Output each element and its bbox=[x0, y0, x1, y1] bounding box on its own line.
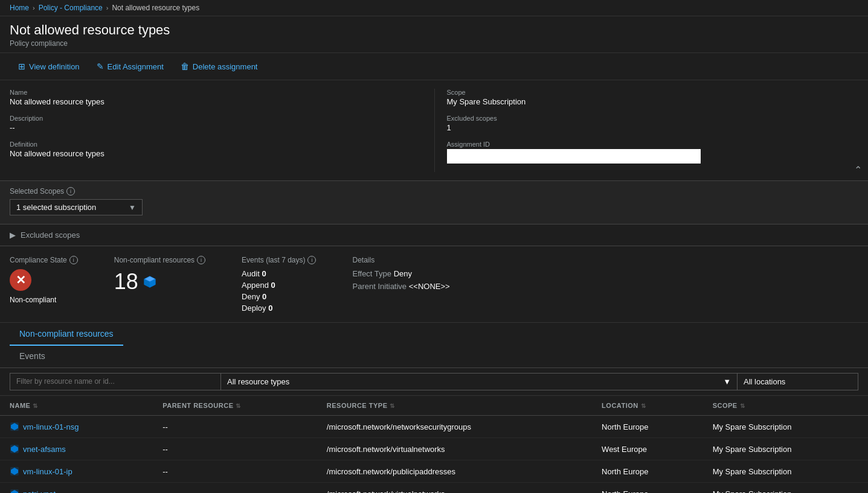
info-assignment-id-group: Assignment ID bbox=[447, 141, 859, 164]
view-definition-icon: ⊞ bbox=[18, 62, 25, 71]
breadcrumb-policy-compliance[interactable]: Policy - Compliance bbox=[39, 4, 103, 12]
compliance-section: Compliance State i ✕ Non-compliant Non-c… bbox=[0, 246, 868, 323]
scope-label: Scope bbox=[447, 89, 859, 96]
resource-type-chevron: ▼ bbox=[723, 377, 731, 386]
toolbar: ⊞ View definition ✎ Edit Assignment 🗑 De… bbox=[0, 53, 868, 80]
filter-bar: All resource types ▼ All locations bbox=[0, 368, 868, 396]
event-row-deny: Deny 0 bbox=[242, 292, 316, 301]
table-row: vm-linux-01-ip --/microsoft.network/publ… bbox=[0, 460, 868, 483]
info-left: Name Not allowed resource types Descript… bbox=[10, 89, 434, 172]
col-name[interactable]: NAME⇅ bbox=[0, 396, 153, 416]
event-row-append: Append 0 bbox=[242, 281, 316, 290]
sort-icon-resource_type: ⇅ bbox=[390, 402, 395, 409]
filter-input[interactable] bbox=[10, 374, 220, 389]
resource-link[interactable]: vm-linux-01-nsg bbox=[10, 422, 143, 431]
event-row-deploy: Deploy 0 bbox=[242, 304, 316, 313]
info-scope-group: Scope My Spare Subscription bbox=[447, 89, 859, 106]
resources-table: NAME⇅PARENT RESOURCE⇅RESOURCE TYPE⇅LOCAT… bbox=[0, 396, 868, 493]
edit-assignment-button[interactable]: ✎ Edit Assignment bbox=[88, 58, 172, 75]
edit-assignment-icon: ✎ bbox=[97, 62, 104, 71]
tab-events[interactable]: Events bbox=[10, 345, 123, 368]
events-list: Audit 0Append 0Deny 0Deploy 0 bbox=[242, 269, 316, 313]
resource-icon bbox=[10, 466, 19, 476]
details-block: Details Effect Type Deny Parent Initiati… bbox=[352, 256, 449, 294]
page-header: Not allowed resource types Policy compli… bbox=[0, 16, 868, 53]
info-excluded-scopes-group: Excluded scopes 1 bbox=[447, 115, 859, 132]
table-row: petri-vnet --/microsoft.network/virtualn… bbox=[0, 483, 868, 494]
resource-type-dropdown[interactable]: All resource types ▼ bbox=[221, 373, 738, 390]
breadcrumb-current: Not allowed resource types bbox=[112, 4, 199, 12]
resource-type-cell: /microsoft.network/virtualnetworks bbox=[317, 438, 592, 460]
parent-initiative-row: Parent Initiative <<NONE>> bbox=[352, 282, 449, 291]
page-title: Not allowed resource types bbox=[10, 22, 858, 38]
description-value: -- bbox=[10, 123, 422, 132]
effect-type-row: Effect Type Deny bbox=[352, 269, 449, 278]
compliance-status-text: Non-compliant bbox=[10, 296, 78, 304]
collapse-button[interactable]: ⌃ bbox=[854, 164, 862, 176]
location-dropdown[interactable]: All locations bbox=[738, 373, 858, 390]
resource-name-cell: vnet-afsams bbox=[0, 438, 153, 460]
sort-icon-location: ⇅ bbox=[641, 402, 646, 409]
scope-cell: My Spare Subscription bbox=[703, 460, 868, 483]
resource-icon bbox=[10, 422, 19, 431]
resource-link[interactable]: vnet-afsams bbox=[10, 444, 143, 454]
info-definition-group: Definition Not allowed resource types bbox=[10, 141, 422, 158]
delete-assignment-button[interactable]: 🗑 Delete assignment bbox=[172, 58, 266, 75]
events-block: Events (last 7 days) i Audit 0Append 0De… bbox=[242, 256, 316, 315]
location-cell: North Europe bbox=[592, 483, 703, 494]
sort-icon-scope: ⇅ bbox=[740, 402, 745, 409]
expand-icon: ▶ bbox=[10, 231, 16, 240]
scopes-bar: Selected Scopes i 1 selected subscriptio… bbox=[0, 181, 868, 224]
col-parent_resource[interactable]: PARENT RESOURCE⇅ bbox=[153, 396, 317, 416]
excluded-scopes-label: Excluded scopes bbox=[447, 115, 859, 122]
resource-icon bbox=[10, 489, 19, 493]
table-header: NAME⇅PARENT RESOURCE⇅RESOURCE TYPE⇅LOCAT… bbox=[0, 396, 868, 416]
view-definition-button[interactable]: ⊞ View definition bbox=[10, 58, 88, 75]
definition-label: Definition bbox=[10, 141, 422, 148]
col-resource_type[interactable]: RESOURCE TYPE⇅ bbox=[317, 396, 592, 416]
noncompliant-count: 18 bbox=[114, 269, 205, 294]
scope-cell: My Spare Subscription bbox=[703, 416, 868, 438]
assignment-id-label: Assignment ID bbox=[447, 141, 859, 148]
scope-cell: My Spare Subscription bbox=[703, 438, 868, 460]
resource-type-cell: /microsoft.network/publicipaddresses bbox=[317, 460, 592, 483]
noncompliant-number: 18 bbox=[114, 269, 138, 294]
info-section: Name Not allowed resource types Descript… bbox=[0, 80, 868, 181]
info-name-group: Name Not allowed resource types bbox=[10, 89, 422, 106]
parent-resource-cell: -- bbox=[153, 460, 317, 483]
sort-icon-parent_resource: ⇅ bbox=[236, 402, 241, 409]
breadcrumb: Home › Policy - Compliance › Not allowed… bbox=[0, 0, 868, 16]
parent-resource-cell: -- bbox=[153, 438, 317, 460]
compliance-state-info-icon: i bbox=[69, 256, 78, 264]
excluded-scopes-row[interactable]: ▶ Excluded scopes bbox=[0, 224, 868, 246]
info-right: Scope My Spare Subscription Excluded sco… bbox=[434, 89, 859, 172]
name-value: Not allowed resource types bbox=[10, 97, 422, 106]
scope-dropdown[interactable]: 1 selected subscription ▼ bbox=[10, 199, 143, 215]
table-container: NAME⇅PARENT RESOURCE⇅RESOURCE TYPE⇅LOCAT… bbox=[0, 396, 868, 493]
compliance-state-block: Compliance State i ✕ Non-compliant bbox=[10, 256, 78, 304]
description-label: Description bbox=[10, 115, 422, 122]
name-label: Name bbox=[10, 89, 422, 96]
location-cell: North Europe bbox=[592, 416, 703, 438]
definition-value: Not allowed resource types bbox=[10, 149, 422, 158]
events-label: Events (last 7 days) i bbox=[242, 256, 316, 264]
assignment-id-input[interactable] bbox=[447, 149, 701, 164]
breadcrumb-home[interactable]: Home bbox=[10, 4, 29, 12]
resource-link[interactable]: vm-linux-01-ip bbox=[10, 466, 143, 476]
tab-non-compliant[interactable]: Non-compliant resources bbox=[10, 323, 123, 346]
noncompliant-info-icon: i bbox=[197, 256, 205, 264]
info-description-group: Description -- bbox=[10, 115, 422, 132]
tabs-container: Non-compliant resourcesEvents bbox=[10, 323, 123, 367]
parent-resource-cell: -- bbox=[153, 483, 317, 494]
location-cell: North Europe bbox=[592, 460, 703, 483]
resource-link[interactable]: petri-vnet bbox=[10, 489, 143, 493]
noncompliant-resources-block: Non-compliant resources i 18 bbox=[114, 256, 205, 294]
details-label: Details bbox=[352, 256, 449, 264]
col-scope[interactable]: SCOPE⇅ bbox=[703, 396, 868, 416]
col-location[interactable]: LOCATION⇅ bbox=[592, 396, 703, 416]
scopes-info-icon: i bbox=[66, 187, 75, 196]
resource-type-cell: /microsoft.network/virtualnetworks bbox=[317, 483, 592, 494]
page-subtitle: Policy compliance bbox=[10, 39, 858, 48]
resource-name-cell: vm-linux-01-nsg bbox=[0, 416, 153, 438]
filter-input-wrap bbox=[10, 373, 221, 390]
